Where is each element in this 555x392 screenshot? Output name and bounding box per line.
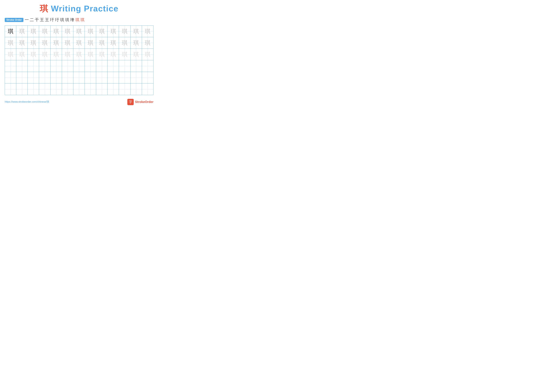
grid-cell[interactable]: 琪 [85,49,96,60]
grid-cell[interactable]: 琪 [73,49,85,60]
grid-cell[interactable]: 琪 [73,37,85,49]
grid-cell[interactable]: 琪 [51,49,62,60]
grid-cell[interactable] [16,72,28,83]
grid-cell[interactable] [62,84,73,95]
grid-cell[interactable] [62,60,73,72]
grid-cell[interactable]: 琪 [119,49,130,60]
grid-cell[interactable] [142,60,153,72]
cell-character: 琪 [99,40,105,46]
grid-cell[interactable] [108,60,119,72]
page-title: 琪 Writing Practice [5,3,153,14]
footer: https://www.strokeorder.com/chinese/琪 字 … [5,99,153,105]
grid-cell[interactable]: 琪 [108,26,119,37]
grid-cell[interactable]: 琪 [51,37,62,49]
grid-cell[interactable]: 琪 [16,49,28,60]
cell-character: 琪 [76,51,82,57]
grid-cell[interactable]: 琪 [85,26,96,37]
grid-cell[interactable] [5,84,16,95]
grid-cell[interactable] [28,72,39,83]
grid-cell[interactable]: 琪 [96,26,108,37]
grid-cell[interactable] [28,60,39,72]
grid-cell[interactable]: 琪 [142,37,153,49]
grid-cell[interactable] [39,84,51,95]
grid-cell[interactable] [96,84,108,95]
logo-text: StrokeOrder [135,100,153,104]
grid-row[interactable]: 琪琪琪琪琪琪琪琪琪琪琪琪琪 [5,49,153,60]
grid-row[interactable] [5,84,153,95]
cell-character: 琪 [19,40,25,46]
grid-cell[interactable] [131,72,142,83]
grid-cell[interactable] [131,84,142,95]
grid-cell[interactable] [16,84,28,95]
grid-cell[interactable]: 琪 [28,37,39,49]
grid-row[interactable] [5,60,153,72]
grid-cell[interactable]: 琪 [62,37,73,49]
grid-cell[interactable]: 琪 [142,26,153,37]
grid-cell[interactable]: 琪 [62,26,73,37]
grid-cell[interactable] [131,60,142,72]
grid-cell[interactable] [5,60,16,72]
cell-character: 琪 [76,29,82,34]
grid-cell[interactable] [16,60,28,72]
grid-cell[interactable]: 琪 [108,49,119,60]
cell-character: 琪 [53,40,59,46]
grid-cell[interactable]: 琪 [108,37,119,49]
cell-character: 琪 [122,51,128,57]
cell-character: 琪 [110,40,116,46]
grid-cell[interactable] [73,60,85,72]
grid-cell[interactable] [142,84,153,95]
grid-cell[interactable]: 琪 [28,49,39,60]
grid-cell[interactable]: 琪 [16,26,28,37]
grid-cell[interactable] [85,60,96,72]
grid-cell[interactable] [39,72,51,83]
grid-cell[interactable]: 琪 [5,26,16,37]
grid-cell[interactable] [142,72,153,83]
grid-cell[interactable]: 琪 [51,26,62,37]
grid-cell[interactable] [108,84,119,95]
grid-cell[interactable]: 琪 [73,26,85,37]
stroke-steps: 一 二 干 王 王 玕 玗 珙 珙 琒 琪 琪 [25,17,85,23]
grid-cell[interactable] [5,72,16,83]
grid-cell[interactable] [62,72,73,83]
cell-character: 琪 [65,51,70,57]
grid-cell[interactable] [108,72,119,83]
grid-cell[interactable] [73,84,85,95]
grid-row[interactable]: 琪琪琪琪琪琪琪琪琪琪琪琪琪 [5,37,153,49]
grid-cell[interactable]: 琪 [28,26,39,37]
grid-cell[interactable] [51,84,62,95]
grid-cell[interactable]: 琪 [131,26,142,37]
grid-cell[interactable] [28,84,39,95]
grid-cell[interactable] [119,72,130,83]
grid-cell[interactable] [85,72,96,83]
grid-cell[interactable] [73,72,85,83]
grid-cell[interactable] [39,60,51,72]
grid-cell[interactable]: 琪 [5,49,16,60]
cell-character: 琪 [19,51,25,57]
grid-cell[interactable] [51,60,62,72]
grid-cell[interactable]: 琪 [119,26,130,37]
grid-cell[interactable] [85,84,96,95]
grid-cell[interactable]: 琪 [96,37,108,49]
grid-cell[interactable] [96,60,108,72]
grid-cell[interactable]: 琪 [16,37,28,49]
grid-cell[interactable]: 琪 [119,37,130,49]
grid-cell[interactable]: 琪 [39,49,51,60]
grid-cell[interactable]: 琪 [85,37,96,49]
grid-cell[interactable]: 琪 [5,37,16,49]
grid-cell[interactable] [96,72,108,83]
grid-cell[interactable] [51,72,62,83]
grid-cell[interactable]: 琪 [131,49,142,60]
cell-character: 琪 [30,51,36,57]
grid-cell[interactable]: 琪 [96,49,108,60]
cell-character: 琪 [133,29,139,34]
grid-cell[interactable]: 琪 [62,49,73,60]
grid-row[interactable]: 琪琪琪琪琪琪琪琪琪琪琪琪琪 [5,26,153,37]
grid-cell[interactable] [119,84,130,95]
grid-cell[interactable]: 琪 [131,37,142,49]
grid-cell[interactable]: 琪 [39,37,51,49]
stroke-step-7: 玗 [55,17,59,23]
grid-cell[interactable]: 琪 [39,26,51,37]
grid-cell[interactable]: 琪 [142,49,153,60]
grid-cell[interactable] [119,60,130,72]
grid-row[interactable] [5,72,153,84]
